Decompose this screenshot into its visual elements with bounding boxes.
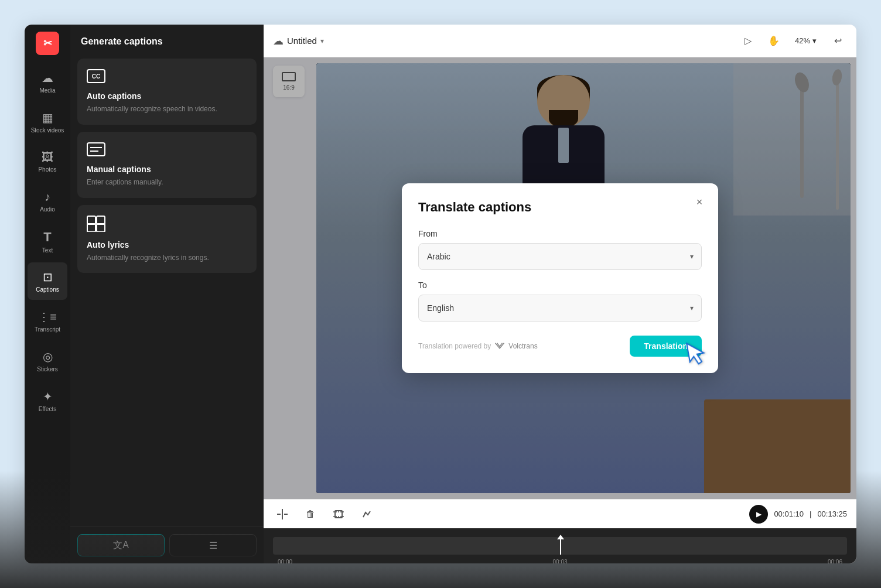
panel-title: Generate captions bbox=[70, 25, 264, 55]
from-group: From Arabic English French Spanish Germa… bbox=[418, 229, 702, 270]
sidebar-item-stickers[interactable]: ◎ Stickers bbox=[28, 342, 67, 380]
list-footer-icon: ☰ bbox=[209, 540, 217, 551]
svg-rect-8 bbox=[97, 224, 105, 232]
marker-2: 00:06 bbox=[828, 559, 842, 563]
sidebar-item-photos[interactable]: 🖼 Photos bbox=[28, 143, 67, 180]
auto-captions-icon: CC bbox=[87, 69, 247, 87]
current-time: 00:01:10 bbox=[774, 510, 804, 518]
zoom-control[interactable]: 42% ▾ bbox=[790, 34, 821, 47]
from-label: From bbox=[418, 229, 702, 238]
cursor-arrow bbox=[683, 339, 709, 371]
translate-footer-icon: 文A bbox=[113, 539, 129, 552]
auto-lyrics-desc: Automatically recognize lyrics in songs. bbox=[87, 253, 247, 263]
to-label: To bbox=[418, 281, 702, 290]
svg-rect-5 bbox=[87, 216, 95, 224]
timeline-track[interactable]: 00:00 00:03 00:06 bbox=[273, 537, 847, 555]
icon-sidebar: ✂ ☁ Media ▦ Stock videos 🖼 Photos ♪ Audi… bbox=[25, 25, 70, 563]
captions-icon: ⊡ bbox=[43, 270, 53, 284]
auto-captions-desc: Automatically recognize speech in videos… bbox=[87, 104, 247, 114]
marker-1: 00:03 bbox=[552, 559, 567, 563]
modal-close-btn[interactable]: × bbox=[691, 194, 708, 210]
project-title[interactable]: Untitled bbox=[287, 36, 317, 46]
zoom-level: 42% bbox=[795, 36, 810, 45]
photos-icon: 🖼 bbox=[42, 151, 53, 164]
delete-tool-btn[interactable]: 🗑 bbox=[301, 505, 320, 524]
sidebar-item-stock-videos[interactable]: ▦ Stock videos bbox=[28, 103, 67, 141]
sidebar-item-text[interactable]: T Text bbox=[28, 223, 67, 260]
cloud-icon: ☁ bbox=[273, 35, 284, 47]
auto-captions-card[interactable]: CC Auto captions Automatically recognize… bbox=[77, 59, 257, 125]
powered-by: Translation powered by Volctrans bbox=[418, 342, 538, 350]
title-area: ☁ Untitled ▾ bbox=[273, 35, 732, 47]
volctrans-logo-icon bbox=[494, 342, 505, 350]
total-time: 00:13:25 bbox=[817, 510, 847, 518]
zoom-chevron-icon: ▾ bbox=[812, 36, 817, 45]
effects-icon: ✦ bbox=[43, 389, 53, 404]
svg-text:CC: CC bbox=[92, 73, 100, 80]
play-button[interactable]: ▶ bbox=[749, 505, 768, 524]
translate-footer-btn[interactable]: 文A bbox=[77, 534, 165, 556]
media-icon: ☁ bbox=[42, 71, 53, 85]
powered-by-text: Translation powered by bbox=[418, 342, 491, 350]
manual-captions-desc: Enter captions manually. bbox=[87, 177, 247, 187]
audio-edit-tool-btn[interactable] bbox=[357, 505, 376, 524]
translate-captions-modal: Translate captions × From Arabic English… bbox=[402, 183, 718, 373]
modal-footer: Translation powered by Volctrans Transla… bbox=[418, 336, 702, 357]
time-display: ▶ 00:01:10 | 00:13:25 bbox=[749, 505, 847, 524]
manual-captions-card[interactable]: Manual captions Enter captions manually. bbox=[77, 132, 257, 198]
crop-tool-btn[interactable] bbox=[329, 505, 348, 524]
auto-lyrics-title: Auto lyrics bbox=[87, 240, 247, 249]
svg-rect-7 bbox=[87, 224, 95, 232]
captions-panel: Generate captions CC Auto captions Autom… bbox=[70, 25, 264, 563]
top-bar: ☁ Untitled ▾ ▷ ✋ 42% ▾ ↩ bbox=[264, 25, 856, 57]
transcript-icon: ⋮≡ bbox=[38, 310, 57, 324]
hand-tool-btn[interactable]: ✋ bbox=[764, 32, 783, 50]
sidebar-item-transcript[interactable]: ⋮≡ Transcript bbox=[28, 302, 67, 340]
modal-overlay: Translate captions × From Arabic English… bbox=[264, 57, 856, 499]
to-group: To English Arabic French Spanish German … bbox=[418, 281, 702, 322]
auto-lyrics-icon bbox=[87, 216, 247, 235]
sidebar-item-audio[interactable]: ♪ Audio bbox=[28, 183, 67, 220]
volctrans-brand: Volctrans bbox=[508, 342, 537, 350]
manual-captions-icon bbox=[87, 142, 247, 160]
sidebar-item-effects[interactable]: ✦ Effects bbox=[28, 382, 67, 419]
sidebar-item-captions[interactable]: ⊡ Captions bbox=[28, 262, 67, 300]
svg-rect-2 bbox=[87, 143, 105, 156]
auto-lyrics-card[interactable]: Auto lyrics Automatically recognize lyri… bbox=[77, 205, 257, 274]
auto-captions-title: Auto captions bbox=[87, 91, 247, 101]
to-select[interactable]: English Arabic French Spanish German Chi… bbox=[418, 295, 702, 322]
timeline-markers: 00:00 00:03 00:06 bbox=[273, 559, 847, 563]
timeline-cursor bbox=[560, 537, 561, 555]
to-select-wrapper: English Arabic French Spanish German Chi… bbox=[418, 295, 702, 322]
from-select[interactable]: Arabic English French Spanish German Chi… bbox=[418, 243, 702, 270]
undo-btn[interactable]: ↩ bbox=[828, 32, 847, 50]
text-icon: T bbox=[43, 230, 51, 245]
time-separator: | bbox=[810, 510, 811, 518]
panel-footer: 文A ☰ bbox=[70, 527, 264, 563]
main-area: ☁ Untitled ▾ ▷ ✋ 42% ▾ ↩ 16:9 bbox=[264, 25, 856, 563]
title-chevron-icon[interactable]: ▾ bbox=[320, 37, 324, 45]
modal-title: Translate captions bbox=[418, 200, 702, 215]
app-logo[interactable]: ✂ bbox=[36, 32, 59, 55]
from-select-wrapper: Arabic English French Spanish German Chi… bbox=[418, 243, 702, 270]
audio-icon: ♪ bbox=[45, 190, 50, 204]
toolbar-right: ▷ ✋ 42% ▾ ↩ bbox=[739, 32, 847, 50]
stock-videos-icon: ▦ bbox=[42, 111, 53, 125]
split-tool-btn[interactable] bbox=[273, 505, 292, 524]
svg-rect-6 bbox=[97, 216, 105, 224]
sidebar-item-media[interactable]: ☁ Media bbox=[28, 63, 67, 101]
canvas-toolbar: 🗑 ▶ 00:01:10 | 00:13:25 bbox=[264, 499, 856, 528]
manual-captions-title: Manual captions bbox=[87, 165, 247, 174]
stickers-icon: ◎ bbox=[43, 350, 53, 364]
canvas-area: 16:9 bbox=[264, 57, 856, 499]
list-footer-btn[interactable]: ☰ bbox=[169, 534, 257, 556]
marker-0: 00:00 bbox=[278, 559, 292, 563]
play-preview-btn[interactable]: ▷ bbox=[739, 32, 757, 50]
timeline: 00:00 00:03 00:06 bbox=[264, 528, 856, 563]
